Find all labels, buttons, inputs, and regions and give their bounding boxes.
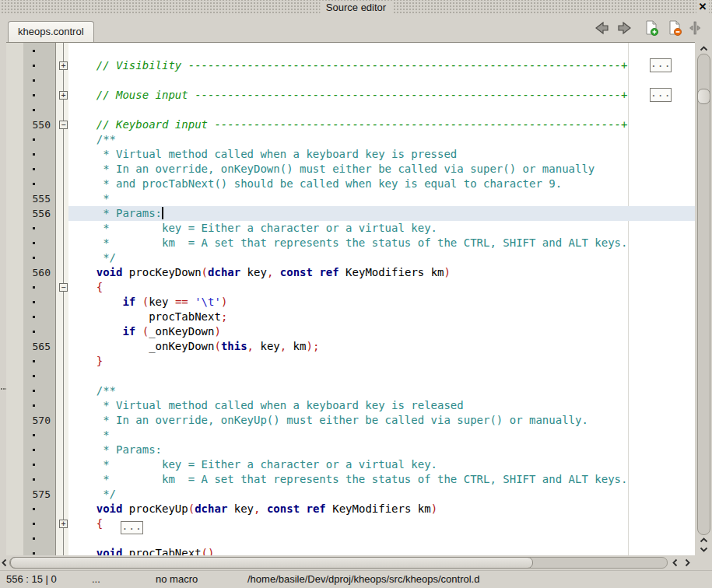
code-text: * key = Either a character or a virtual … bbox=[70, 221, 437, 236]
code-line[interactable] bbox=[6, 44, 695, 58]
code-text: * km = A set that represents the status … bbox=[70, 472, 627, 487]
line-number bbox=[6, 177, 51, 191]
close-document-button[interactable] bbox=[666, 19, 683, 37]
code-line[interactable]: 550− // Keyboard input -----------------… bbox=[6, 117, 695, 132]
code-text: * Params: bbox=[70, 443, 162, 457]
split-view-button[interactable] bbox=[688, 19, 702, 37]
code-line[interactable]: − { bbox=[6, 280, 695, 295]
line-number bbox=[6, 103, 51, 117]
line-number bbox=[6, 398, 51, 413]
code-line[interactable]: * bbox=[6, 428, 695, 443]
vertical-scrollbar-trough[interactable] bbox=[697, 54, 710, 535]
code-line[interactable]: if (key == '\t') bbox=[6, 295, 695, 310]
code-line[interactable]: */ bbox=[6, 250, 695, 265]
scroll-down-button[interactable] bbox=[697, 545, 710, 554]
line-dot-marker bbox=[33, 375, 35, 377]
code-line[interactable]: 556 * Params: bbox=[6, 206, 695, 221]
collapsed-fold-box[interactable]: ... bbox=[650, 88, 672, 102]
line-number: 555 bbox=[6, 191, 51, 206]
fold-expand-icon[interactable]: + bbox=[59, 91, 68, 100]
code-line[interactable] bbox=[6, 73, 695, 88]
line-number bbox=[6, 147, 51, 162]
scroll-right-button[interactable] bbox=[682, 557, 693, 569]
scroll-up-button-bottom[interactable] bbox=[697, 536, 710, 544]
scroll-up-button[interactable] bbox=[697, 44, 710, 53]
new-document-button[interactable] bbox=[643, 19, 660, 37]
code-line[interactable]: * km = A set that represents the status … bbox=[6, 236, 695, 250]
code-line[interactable]: + // Visibility ------------------------… bbox=[6, 58, 695, 73]
fold-expand-icon[interactable]: + bbox=[59, 61, 68, 70]
line-number bbox=[6, 221, 51, 236]
code-line[interactable]: * Virtual method called when a keyboard … bbox=[6, 147, 695, 162]
line-number bbox=[6, 428, 51, 443]
go-back-button[interactable] bbox=[593, 19, 610, 37]
code-text: * bbox=[70, 191, 110, 206]
code-line[interactable]: void procKeyUp(dchar key, const ref KeyM… bbox=[6, 502, 695, 516]
code-text: _onKeyDown(this, key, km); bbox=[70, 339, 319, 354]
line-number bbox=[6, 44, 51, 58]
fold-collapse-icon[interactable]: − bbox=[59, 121, 68, 129]
code-line[interactable]: + {... bbox=[6, 516, 695, 531]
collapsed-fold-box[interactable]: ... bbox=[650, 58, 672, 72]
line-dot-marker bbox=[33, 79, 35, 82]
line-number bbox=[6, 369, 51, 383]
fold-collapse-icon[interactable]: − bbox=[59, 283, 68, 292]
code-text: void procKeyUp(dchar key, const ref KeyM… bbox=[70, 502, 437, 516]
panel-header[interactable]: Source editor ✕ bbox=[0, 0, 712, 15]
code-editor[interactable]: + // Visibility ------------------------… bbox=[6, 42, 695, 555]
panel-title: Source editor bbox=[320, 1, 392, 14]
code-line[interactable]: * key = Either a character or a virtual … bbox=[6, 457, 695, 472]
code-line[interactable]: * key = Either a character or a virtual … bbox=[6, 221, 695, 236]
line-dot-marker bbox=[33, 257, 35, 259]
code-line[interactable]: /** bbox=[6, 132, 695, 147]
code-line[interactable]: * km = A set that represents the status … bbox=[6, 472, 695, 487]
code-line[interactable]: 575 */ bbox=[6, 487, 695, 502]
line-dot-marker bbox=[33, 434, 35, 436]
close-icon[interactable]: ✕ bbox=[696, 0, 709, 13]
code-line[interactable] bbox=[6, 531, 695, 546]
code-line[interactable]: * and procTabNext() should be called whe… bbox=[6, 177, 695, 191]
code-text: * Params: bbox=[70, 206, 163, 221]
line-number bbox=[6, 310, 51, 324]
code-lines-container: + // Visibility ------------------------… bbox=[6, 44, 695, 555]
document-add-icon bbox=[643, 19, 660, 37]
code-line[interactable]: * In an override, onKeyDown() must eithe… bbox=[6, 162, 695, 177]
line-number bbox=[6, 531, 51, 546]
line-number bbox=[6, 236, 51, 250]
line-number bbox=[6, 354, 51, 369]
code-line[interactable]: /** bbox=[6, 383, 695, 398]
chevron-up-icon bbox=[700, 46, 708, 51]
tab-kheops-control[interactable]: kheops.control bbox=[8, 21, 94, 42]
line-number bbox=[6, 443, 51, 457]
code-line[interactable]: if (_onKeyDown) bbox=[6, 324, 695, 339]
line-number bbox=[6, 472, 51, 487]
code-line[interactable]: 570 * In an override, onKeyUp() must eit… bbox=[6, 413, 695, 428]
code-line[interactable]: 565 _onKeyDown(this, key, km); bbox=[6, 339, 695, 354]
line-dot-marker bbox=[33, 138, 35, 141]
code-line[interactable]: * Params: bbox=[6, 443, 695, 457]
line-number bbox=[6, 383, 51, 398]
code-text: * km = A set that represents the status … bbox=[70, 236, 627, 250]
line-dot-marker bbox=[33, 331, 35, 333]
code-text: * Virtual method called when a keyboard … bbox=[70, 398, 464, 413]
horizontal-scrollbar-thumb[interactable] bbox=[10, 557, 533, 569]
code-line[interactable]: procTabNext; bbox=[6, 310, 695, 324]
vertical-scrollbar-thumb[interactable] bbox=[697, 89, 710, 104]
line-number: 560 bbox=[6, 265, 51, 280]
code-line[interactable] bbox=[6, 103, 695, 117]
code-line[interactable]: } bbox=[6, 354, 695, 369]
line-dot-marker bbox=[33, 65, 35, 67]
go-forward-button[interactable] bbox=[616, 19, 633, 37]
code-line[interactable] bbox=[6, 369, 695, 383]
scroll-left-button[interactable] bbox=[0, 557, 9, 569]
code-line[interactable]: void procTabNext() bbox=[6, 546, 695, 555]
fold-expand-icon[interactable]: + bbox=[59, 520, 68, 528]
line-dot-marker bbox=[33, 50, 35, 52]
line-number bbox=[6, 280, 51, 295]
code-line[interactable]: 560 void procKeyDown(dchar key, const re… bbox=[6, 265, 695, 280]
code-text: void procTabNext() bbox=[70, 546, 214, 555]
code-line[interactable]: + // Mouse input -----------------------… bbox=[6, 88, 695, 103]
code-line[interactable]: * Virtual method called when a keyboard … bbox=[6, 398, 695, 413]
scroll-left-button-right[interactable] bbox=[669, 557, 680, 569]
code-line[interactable]: 555 * bbox=[6, 191, 695, 206]
